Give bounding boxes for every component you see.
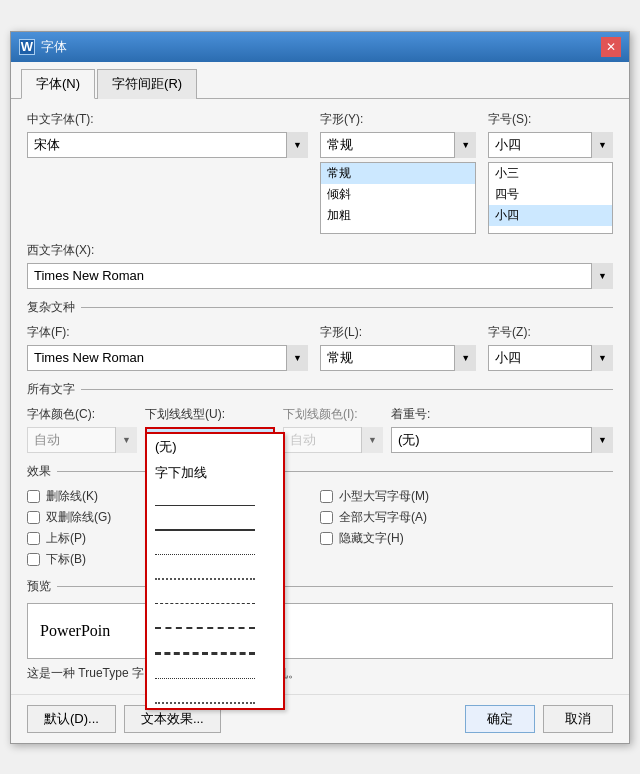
underline-line-dash2 — [155, 612, 255, 629]
style-list-item-italic[interactable]: 倾斜 — [321, 184, 475, 205]
tab-font[interactable]: 字体(N) — [21, 69, 95, 99]
size-list-group: 小三 四号 小四 — [488, 162, 613, 234]
underline-item-dash2[interactable] — [147, 608, 283, 633]
spacer — [27, 162, 308, 234]
underline-item-dash3[interactable] — [147, 633, 283, 659]
emphasis-group: 着重号: (无) ▼ — [391, 406, 613, 453]
effects-row: 删除线(K) 双删除线(G) 上标(P) 下标(B) 小型大 — [27, 488, 613, 568]
superscript-checkbox[interactable] — [27, 532, 40, 545]
all-caps-label: 全部大写字母(A) — [339, 509, 427, 526]
preview-section-label: 预览 — [27, 578, 51, 595]
size-list-item-xiao3[interactable]: 小三 — [489, 163, 612, 184]
style-list-item-regular[interactable]: 常规 — [321, 163, 475, 184]
complex-style-select-wrapper: 常规 ▼ — [320, 345, 476, 371]
chinese-font-label: 中文字体(T): — [27, 111, 308, 128]
style-list-item-bold[interactable]: 加粗 — [321, 205, 475, 226]
complex-style-label: 字形(L): — [320, 324, 476, 341]
underline-line-dash3 — [155, 637, 255, 655]
small-caps-checkbox[interactable] — [320, 490, 333, 503]
chinese-font-select-wrapper: 宋体 ▼ — [27, 132, 308, 158]
font-color-select[interactable]: 自动 — [27, 427, 137, 453]
complex-size-select[interactable]: 小四 — [488, 345, 613, 371]
chinese-font-group: 中文字体(T): 宋体 ▼ — [27, 111, 308, 158]
small-caps-item: 小型大写字母(M) — [320, 488, 613, 505]
tab-spacing[interactable]: 字符间距(R) — [97, 69, 197, 99]
underline-color-group: 下划线颜色(I): 自动 ▼ — [283, 406, 383, 453]
size-select[interactable]: 小四 — [488, 132, 613, 158]
western-font-select[interactable]: Times New Roman — [27, 263, 613, 289]
underline-line-dotted2 — [155, 563, 255, 580]
underline-color-select-wrapper: 自动 ▼ — [283, 427, 383, 453]
subscript-checkbox[interactable] — [27, 553, 40, 566]
font-color-select-wrapper: 自动 ▼ — [27, 427, 137, 453]
underline-item-dotted1[interactable] — [147, 535, 283, 559]
default-button[interactable]: 默认(D)... — [27, 705, 116, 733]
complex-section-label: 复杂文种 — [27, 299, 75, 316]
complex-form-row: 字体(F): Times New Roman ▼ 字形(L): 常规 ▼ — [27, 324, 613, 371]
underline-line-dashdot — [155, 663, 255, 679]
size-list-item-xiao4[interactable]: 小四 — [489, 205, 612, 226]
emphasis-select[interactable]: (无) — [391, 427, 613, 453]
chinese-font-select[interactable]: 宋体 — [27, 132, 308, 158]
underline-item-solid-thin[interactable] — [147, 486, 283, 510]
small-caps-label: 小型大写字母(M) — [339, 488, 429, 505]
bottom-right-buttons: 确定 取消 — [465, 705, 613, 733]
underline-line-dashdot2 — [155, 687, 255, 704]
dialog-content: 中文字体(T): 宋体 ▼ 字形(Y): 常规 ▼ 字号(S): — [11, 99, 629, 694]
underline-color-select[interactable]: 自动 — [283, 427, 383, 453]
complex-style-select[interactable]: 常规 — [320, 345, 476, 371]
all-caps-checkbox[interactable] — [320, 511, 333, 524]
western-font-group: 西文字体(X): Times New Roman ▼ — [27, 242, 613, 289]
size-group: 字号(S): 小四 ▼ — [488, 111, 613, 158]
complex-size-label: 字号(Z): — [488, 324, 613, 341]
effects-col-right: 小型大写字母(M) 全部大写字母(A) 隐藏文字(H) — [320, 488, 613, 568]
strikethrough-checkbox[interactable] — [27, 490, 40, 503]
complex-size-group: 字号(Z): 小四 ▼ — [488, 324, 613, 371]
style-select[interactable]: 常规 — [320, 132, 476, 158]
effects-divider: 效果 — [27, 463, 613, 480]
list-box-row: 常规 倾斜 加粗 小三 四号 小四 — [27, 162, 613, 234]
all-text-label: 所有文字 — [27, 381, 75, 398]
underline-color-label: 下划线颜色(I): — [283, 406, 383, 423]
complex-divider-line — [81, 307, 613, 308]
subscript-label: 下标(B) — [46, 551, 86, 568]
underline-line-dotted1 — [155, 539, 255, 555]
western-font-row: 西文字体(X): Times New Roman ▼ — [27, 242, 613, 289]
western-font-label: 西文字体(X): — [27, 242, 613, 259]
cancel-button[interactable]: 取消 — [543, 705, 613, 733]
tab-bar: 字体(N) 字符间距(R) — [11, 62, 629, 99]
style-group: 字形(Y): 常规 ▼ — [320, 111, 476, 158]
size-list: 小三 四号 小四 — [488, 162, 613, 234]
underline-item-none[interactable]: (无) — [147, 434, 283, 460]
size-list-item-4[interactable]: 四号 — [489, 184, 612, 205]
dialog-title: 字体 — [41, 38, 67, 56]
complex-font-label: 字体(F): — [27, 324, 308, 341]
close-button[interactable]: ✕ — [601, 37, 621, 57]
title-bar-left: W 字体 — [19, 38, 67, 56]
underline-item-dash1[interactable] — [147, 584, 283, 608]
double-strikethrough-label: 双删除线(G) — [46, 509, 111, 526]
ok-button[interactable]: 确定 — [465, 705, 535, 733]
font-color-label: 字体颜色(C): — [27, 406, 137, 423]
style-select-wrapper: 常规 ▼ — [320, 132, 476, 158]
all-text-line — [81, 389, 613, 390]
western-font-select-wrapper: Times New Roman ▼ — [27, 263, 613, 289]
app-icon: W — [19, 39, 35, 55]
complex-style-group: 字形(L): 常规 ▼ — [320, 324, 476, 371]
hidden-checkbox[interactable] — [320, 532, 333, 545]
preview-box: PowerPoin — [27, 603, 613, 659]
size-select-wrapper: 小四 ▼ — [488, 132, 613, 158]
underline-item-solid-thick[interactable] — [147, 510, 283, 535]
underline-item-dotted2[interactable] — [147, 559, 283, 584]
preview-divider-line — [57, 586, 613, 587]
underline-item-dashdot2[interactable] — [147, 683, 283, 708]
emphasis-select-wrapper: (无) ▼ — [391, 427, 613, 453]
underline-item-text[interactable]: 字下加线 — [147, 460, 283, 486]
double-strikethrough-checkbox[interactable] — [27, 511, 40, 524]
underline-item-dashdot[interactable] — [147, 659, 283, 683]
complex-font-select[interactable]: Times New Roman — [27, 345, 308, 371]
preview-text: PowerPoin — [40, 622, 110, 640]
bottom-buttons: 默认(D)... 文本效果... 确定 取消 — [11, 694, 629, 743]
hidden-item: 隐藏文字(H) — [320, 530, 613, 547]
size-label: 字号(S): — [488, 111, 613, 128]
